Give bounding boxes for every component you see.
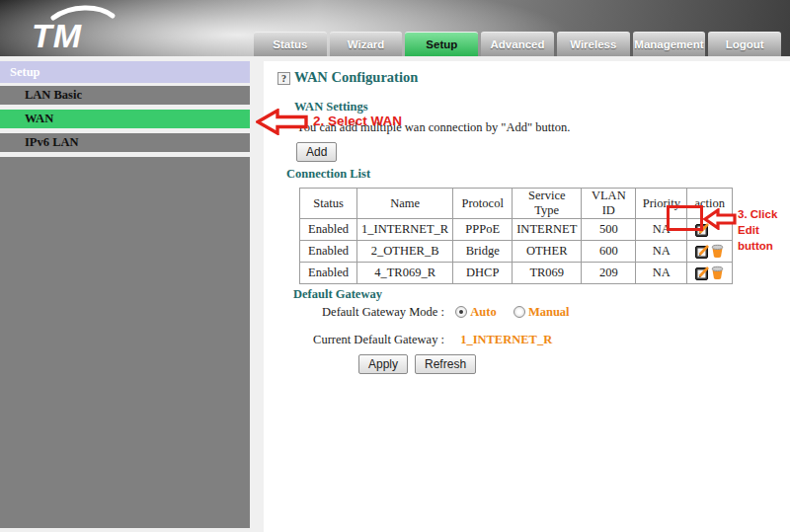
- cell-priority: NA: [636, 263, 687, 284]
- current-gateway-value: 1_INTERNET_R: [460, 333, 552, 346]
- cell-service-type: INTERNET: [513, 219, 582, 241]
- cell-vlan-id: 500: [582, 219, 636, 241]
- cell-protocol: DHCP: [453, 263, 513, 284]
- tab-management[interactable]: Management: [633, 32, 706, 56]
- cell-status: Enabled: [300, 219, 357, 241]
- tab-wizard[interactable]: Wizard: [330, 32, 403, 56]
- col-vlan-id: VLAN ID: [582, 189, 636, 219]
- col-protocol: Protocol: [453, 189, 513, 219]
- page-title: WAN Configuration: [294, 69, 418, 85]
- tm-logo: TM: [26, 3, 134, 54]
- cell-status: Enabled: [300, 263, 357, 284]
- svg-text:TM: TM: [32, 17, 82, 54]
- tab-status[interactable]: Status: [254, 32, 327, 56]
- default-gateway-mode-row: Default Gateway Mode : Auto Manual: [264, 305, 790, 320]
- apply-button[interactable]: Apply: [358, 354, 408, 374]
- tab-advanced[interactable]: Advanced: [481, 32, 554, 56]
- sidebar-filler: [0, 157, 250, 528]
- cell-service-type: OTHER: [513, 241, 582, 263]
- top-banner: TM Status Wizard Setup Advanced Wireless…: [0, 0, 790, 56]
- radio-auto[interactable]: [455, 306, 467, 318]
- cell-priority: NA: [636, 241, 687, 263]
- nav-tabbar: Status Wizard Setup Advanced Wireless Ma…: [251, 32, 781, 56]
- trash-icon[interactable]: [710, 266, 725, 280]
- cell-status: Enabled: [300, 241, 357, 263]
- page-title-row: ? WAN Configuration: [277, 68, 418, 86]
- col-status: Status: [300, 189, 357, 219]
- col-service-type: Service Type: [513, 189, 582, 219]
- sidebar-item-wan[interactable]: WAN: [0, 110, 250, 128]
- dg-buttons-row: Apply Refresh: [358, 354, 476, 374]
- default-gateway-mode-label: Default Gateway Mode :: [264, 305, 444, 320]
- tab-setup[interactable]: Setup: [405, 32, 478, 56]
- default-gateway-heading: Default Gateway: [293, 287, 382, 302]
- sidebar-item-lan-basic[interactable]: LAN Basic: [0, 86, 250, 105]
- main-content: ? WAN Configuration WAN Settings You can…: [264, 61, 790, 532]
- tab-wireless[interactable]: Wireless: [557, 32, 630, 56]
- sidebar-header: Setup: [0, 61, 250, 83]
- tab-logout[interactable]: Logout: [708, 32, 781, 56]
- cell-vlan-id: 600: [582, 241, 636, 263]
- left-arrow-annotation: [256, 109, 308, 135]
- edit-icon[interactable]: [694, 266, 709, 280]
- cell-vlan-id: 209: [582, 263, 636, 284]
- left-arrow-annotation: [703, 208, 737, 230]
- table-row: Enabled 2_OTHER_B Bridge OTHER 600 NA: [300, 241, 733, 263]
- radio-manual[interactable]: [514, 306, 525, 318]
- col-name: Name: [357, 189, 453, 219]
- cell-protocol: PPPoE: [453, 219, 513, 241]
- sidebar: Setup LAN Basic WAN IPv6 LAN: [0, 61, 250, 528]
- connection-list-heading: Connection List: [286, 167, 370, 182]
- select-wan-annotation: 2. Select WAN: [313, 114, 402, 128]
- radio-manual-label: Manual: [528, 305, 570, 319]
- connection-list-table: Status Name Protocol Service Type VLAN I…: [299, 188, 733, 284]
- cell-service-type: TR069: [513, 263, 582, 284]
- radio-auto-label: Auto: [470, 305, 496, 319]
- current-gateway-row: Current Default Gateway : 1_INTERNET_R: [264, 333, 790, 347]
- add-button[interactable]: Add: [296, 142, 337, 162]
- current-gateway-label: Current Default Gateway :: [264, 333, 444, 347]
- help-icon[interactable]: ?: [277, 72, 290, 85]
- edit-icon[interactable]: [694, 244, 709, 259]
- trash-icon[interactable]: [710, 244, 725, 259]
- sidebar-item-ipv6-lan[interactable]: IPv6 LAN: [0, 133, 250, 152]
- cell-protocol: Bridge: [453, 241, 513, 263]
- click-edit-annotation: 3. Click Edit button: [738, 206, 790, 254]
- edit-highlight-box: [667, 205, 703, 231]
- table-row: Enabled 4_TR069_R DHCP TR069 209 NA: [300, 263, 733, 284]
- cell-name: 4_TR069_R: [357, 263, 453, 284]
- cell-name: 2_OTHER_B: [357, 241, 453, 263]
- refresh-button[interactable]: Refresh: [415, 354, 476, 374]
- cell-name: 1_INTERNET_R: [357, 219, 453, 241]
